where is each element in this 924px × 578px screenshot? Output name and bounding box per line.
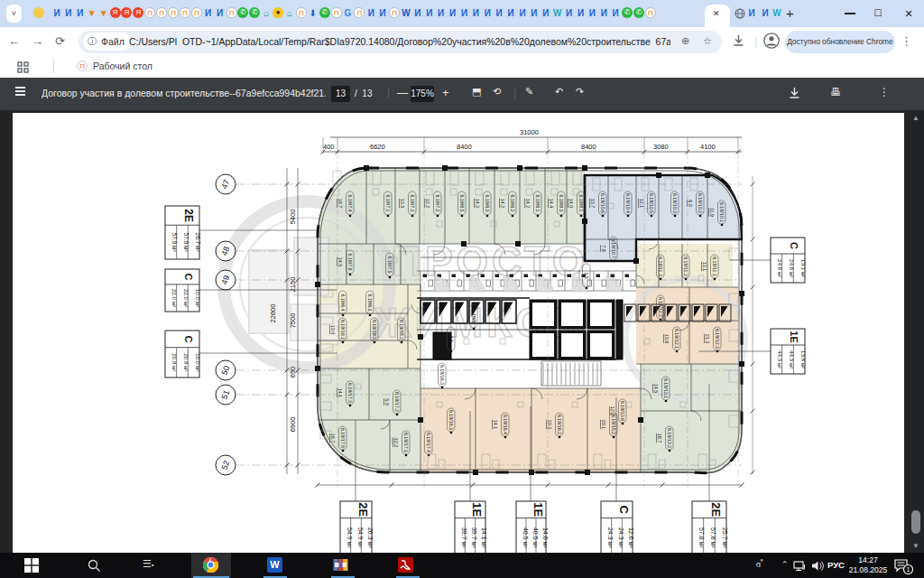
svg-text:14.1: 14.1 [337,388,343,397]
svg-text:6.19/11.3: 6.19/11.3 [658,256,663,276]
svg-text:6.19/9.3: 6.19/9.3 [559,194,564,211]
svg-text:54.9 м²: 54.9 м² [357,527,364,548]
svg-text:6900: 6900 [289,417,297,433]
svg-text:6.19/6.3: 6.19/6.3 [367,294,373,311]
svg-text:6.19/18.1: 6.19/18.1 [340,320,346,340]
svg-text:8400: 8400 [457,143,472,151]
svg-text:20.8 м²: 20.8 м² [171,353,178,371]
svg-text:10.0 м²: 10.0 м² [195,353,201,371]
svg-text:57.9 м²: 57.9 м² [183,233,189,253]
svg-text:8400: 8400 [581,143,596,151]
svg-text:12.1: 12.1 [639,199,644,208]
svg-text:6.19/16.2: 6.19/16.2 [557,415,562,434]
svg-text:6.19/13.2: 6.19/13.2 [667,428,672,448]
svg-text:С: С [183,273,194,280]
svg-text:6.19/13.1: 6.19/13.1 [663,378,669,398]
svg-text:6.19/6.4: 6.19/6.4 [340,294,346,311]
svg-text:6.19/10.1: 6.19/10.1 [719,202,725,222]
svg-text:6.19/10.6: 6.19/10.6 [600,193,605,213]
svg-text:7500: 7500 [289,313,297,329]
svg-text:6.19/12.2: 6.19/12.2 [658,297,663,317]
svg-text:14.5: 14.5 [337,257,343,266]
svg-text:6.19/9.1: 6.19/9.1 [578,194,584,211]
svg-text:13.7: 13.7 [590,199,596,208]
svg-text:14.2: 14.2 [475,199,480,208]
svg-text:2Е: 2Е [356,502,370,517]
svg-text:1Е: 1Е [470,502,484,517]
svg-text:13.1 м²: 13.1 м² [800,259,807,277]
svg-text:6.19/8.3: 6.19/8.3 [485,194,490,211]
svg-text:14.1: 14.1 [493,420,498,429]
svg-text:2Е: 2Е [182,209,195,222]
svg-text:6.19/7.4: 6.19/7.4 [347,194,353,211]
svg-text:11.9: 11.9 [709,208,715,217]
svg-text:57.8 м²: 57.8 м² [698,527,705,548]
svg-text:6.19/17.1: 6.19/17.1 [403,433,409,452]
svg-text:1Е: 1Е [789,331,799,342]
svg-text:24.3 м²: 24.3 м² [607,527,614,548]
svg-text:5400: 5400 [289,210,297,225]
svg-text:6.19/8.5: 6.19/8.5 [459,194,465,211]
svg-text:6.19/5: 6.19/5 [471,310,476,323]
svg-text:6.19/12.3: 6.19/12.3 [715,329,720,349]
svg-text:18.7: 18.7 [337,199,343,208]
svg-text:57.9 м²: 57.9 м² [171,233,178,253]
svg-text:13.3: 13.3 [400,199,405,208]
svg-text:6.0: 6.0 [688,200,693,206]
svg-text:22.0 м²: 22.0 м² [171,289,178,307]
svg-text:6.19/12.1: 6.19/12.1 [674,329,679,349]
svg-text:ПРОСТО: ПРОСТО [392,238,588,284]
svg-text:14.2: 14.2 [500,199,505,208]
svg-text:10.0 м²: 10.0 м² [195,289,201,307]
svg-text:14.2: 14.2 [525,199,531,208]
svg-text:22600: 22600 [269,304,277,323]
svg-text:12.2: 12.2 [425,199,430,208]
svg-text:14.5: 14.5 [653,384,659,393]
svg-text:С: С [617,506,631,515]
svg-text:1: 1 [907,566,910,573]
svg-text:6.19/8.2: 6.19/8.2 [510,194,515,211]
svg-text:6.19/13.6: 6.19/13.6 [620,401,625,421]
svg-text:6.19/16.3: 6.19/16.3 [439,365,445,385]
svg-text:13.1: 13.1 [702,262,707,271]
svg-text:10.0: 10.0 [330,325,336,334]
svg-text:6.19/17.3: 6.19/17.3 [347,383,353,403]
svg-text:6620: 6620 [370,143,385,151]
svg-text:4100: 4100 [700,143,716,151]
svg-text:20.1: 20.1 [601,420,606,429]
svg-text:26.7 м²: 26.7 м² [195,233,201,253]
svg-text:6.19/10.7: 6.19/10.7 [611,238,616,258]
svg-text:6.19/18.3: 6.19/18.3 [372,320,377,340]
svg-text:2Е: 2Е [709,502,723,517]
svg-text:6.19/17.2: 6.19/17.2 [394,392,400,412]
svg-text:5.0: 5.0 [384,398,390,405]
svg-text:6.19/7.2: 6.19/7.2 [435,194,440,211]
svg-text:6.19/10.2: 6.19/10.2 [698,193,703,213]
svg-text:6.19/7.8: 6.19/7.8 [347,253,353,270]
svg-text:20.8 м²: 20.8 м² [183,353,189,371]
svg-text:57.8 м²: 57.8 м² [710,527,716,548]
svg-text:6.19/16.4: 6.19/16.4 [503,415,508,434]
svg-text:14.4: 14.4 [549,199,554,208]
svg-text:25.7 м²: 25.7 м² [722,527,728,548]
svg-text:14.1 м²: 14.1 м² [481,527,487,548]
svg-text:24.8 м²: 24.8 м² [789,259,795,277]
svg-text:24.8 м²: 24.8 м² [777,259,783,277]
svg-text:6.19/10.3: 6.19/10.3 [672,193,678,213]
svg-text:54.9 м²: 54.9 м² [346,527,353,548]
svg-text:3.5: 3.5 [584,272,589,278]
svg-text:12.6 м²: 12.6 м² [628,527,634,548]
svg-text:С: С [789,242,799,249]
svg-text:6.19/16.3: 6.19/16.3 [448,410,454,430]
svg-text:31000: 31000 [520,128,539,136]
svg-text:40.5 м²: 40.5 м² [532,527,539,548]
svg-text:1Е: 1Е [531,502,545,517]
svg-text:6.19/7.1: 6.19/7.1 [385,194,391,211]
svg-text:6.19/17.4: 6.19/17.4 [426,433,431,452]
svg-text:40.5 м²: 40.5 м² [522,527,529,548]
svg-text:14.0: 14.0 [568,199,574,208]
svg-text:6.19/15.2: 6.19/15.2 [611,415,616,434]
svg-text:6.19/7.3: 6.19/7.3 [410,194,415,211]
svg-text:6.19/17.5: 6.19/17.5 [340,428,346,448]
svg-text:12.2: 12.2 [393,438,399,447]
